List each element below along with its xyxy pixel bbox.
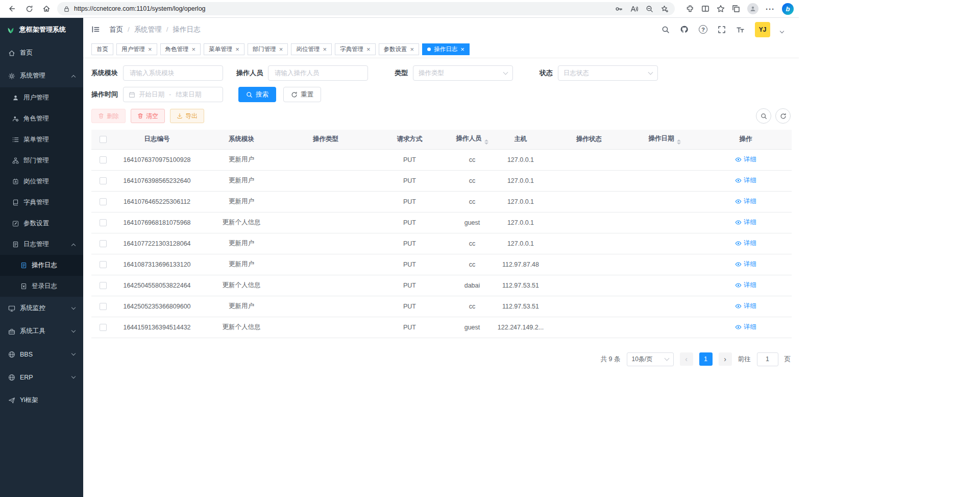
- sidebar-item-role-management[interactable]: 角色管理: [0, 108, 83, 129]
- next-page-button[interactable]: ›: [719, 352, 732, 366]
- sidebar-item-bbs[interactable]: BBS: [0, 343, 83, 366]
- row-checkbox[interactable]: [100, 156, 107, 163]
- github-icon[interactable]: [680, 25, 689, 34]
- close-icon[interactable]: ×: [192, 46, 196, 53]
- tab-param-settings[interactable]: 参数设置×: [379, 43, 420, 55]
- breadcrumb-system[interactable]: 系统管理: [134, 25, 162, 34]
- sidebar-item-yi-framework[interactable]: Yi框架: [0, 389, 83, 412]
- close-icon[interactable]: ×: [148, 46, 152, 53]
- row-checkbox[interactable]: [100, 261, 107, 268]
- detail-link[interactable]: 详细: [735, 218, 756, 227]
- row-checkbox[interactable]: [100, 240, 107, 247]
- sort-icons[interactable]: [677, 139, 681, 145]
- sidebar-collapse-button[interactable]: [91, 25, 100, 34]
- row-checkbox[interactable]: [100, 282, 107, 289]
- sidebar-item-system-management[interactable]: 系统管理: [0, 64, 83, 87]
- detail-link[interactable]: 详细: [735, 281, 756, 290]
- select-all-checkbox[interactable]: [100, 136, 107, 143]
- row-checkbox[interactable]: [100, 177, 107, 184]
- column-date[interactable]: 操作日期: [629, 130, 700, 149]
- page-size-select[interactable]: 10条/页: [627, 352, 674, 366]
- close-icon[interactable]: ×: [460, 46, 464, 53]
- sort-icons[interactable]: [484, 139, 488, 145]
- search-icon[interactable]: [662, 26, 670, 34]
- operator-input[interactable]: [274, 69, 362, 77]
- sidebar-item-login-log[interactable]: 登录日志: [0, 276, 83, 297]
- sidebar-item-post-management[interactable]: 岗位管理: [0, 171, 83, 192]
- type-select[interactable]: 操作类型: [413, 65, 513, 81]
- breadcrumb-home[interactable]: 首页: [109, 25, 123, 34]
- tab-user-management[interactable]: 用户管理×: [116, 43, 157, 55]
- row-checkbox[interactable]: [100, 303, 107, 310]
- sidebar-item-home[interactable]: 首页: [0, 41, 83, 64]
- extensions-icon[interactable]: [686, 5, 694, 13]
- sidebar-item-log-management[interactable]: 日志管理: [0, 234, 83, 255]
- collections-icon[interactable]: [732, 5, 740, 13]
- zoom-out-icon[interactable]: [646, 5, 653, 13]
- sidebar-item-menu-management[interactable]: 菜单管理: [0, 129, 83, 150]
- module-input[interactable]: [129, 69, 217, 77]
- font-size-icon[interactable]: [736, 26, 745, 34]
- browser-home-button[interactable]: [40, 2, 53, 15]
- tab-dept-management[interactable]: 部门管理×: [248, 43, 288, 55]
- url-text[interactable]: https://ccnetcore.com:1101/system/log/op…: [74, 5, 611, 12]
- bing-icon[interactable]: b: [782, 3, 794, 15]
- prev-page-button[interactable]: ‹: [680, 352, 693, 366]
- browser-refresh-button[interactable]: [22, 2, 36, 15]
- detail-link[interactable]: 详细: [735, 239, 756, 248]
- close-icon[interactable]: ×: [410, 46, 414, 53]
- status-select[interactable]: 日志状态: [558, 65, 658, 81]
- refresh-table-button[interactable]: [775, 108, 791, 124]
- favorites-icon[interactable]: [717, 5, 725, 13]
- browser-profile-avatar[interactable]: [747, 3, 758, 14]
- sidebar-item-param-settings[interactable]: 参数设置: [0, 213, 83, 234]
- add-favorite-star-icon[interactable]: [661, 5, 669, 13]
- reset-button[interactable]: 重置: [283, 87, 321, 102]
- detail-link[interactable]: 详细: [735, 302, 756, 311]
- split-screen-icon[interactable]: [701, 5, 709, 13]
- avatar-dropdown-caret[interactable]: [780, 29, 784, 33]
- delete-button[interactable]: 删除: [91, 109, 126, 123]
- tab-post-management[interactable]: 岗位管理×: [291, 43, 332, 55]
- tab-menu-management[interactable]: 菜单管理×: [204, 43, 244, 55]
- detail-link[interactable]: 详细: [735, 197, 756, 206]
- export-button[interactable]: 导出: [170, 109, 204, 123]
- row-checkbox[interactable]: [100, 219, 107, 226]
- sidebar-item-system-tools[interactable]: 系统工具: [0, 320, 83, 343]
- row-checkbox[interactable]: [100, 324, 107, 331]
- row-checkbox[interactable]: [100, 198, 107, 205]
- detail-link[interactable]: 详细: [735, 155, 756, 164]
- detail-link[interactable]: 详细: [735, 176, 756, 185]
- read-aloud-icon[interactable]: [630, 5, 638, 13]
- goto-page-input[interactable]: [757, 352, 778, 366]
- tab-role-management[interactable]: 角色管理×: [160, 43, 201, 55]
- search-button[interactable]: 搜索: [238, 87, 276, 102]
- column-operator[interactable]: 操作人员: [452, 130, 493, 149]
- current-page-button[interactable]: 1: [699, 352, 713, 366]
- tab-dict-management[interactable]: 字典管理×: [335, 43, 376, 55]
- date-range-picker[interactable]: 开始日期 - 结束日期: [123, 87, 223, 102]
- password-key-icon[interactable]: [615, 5, 623, 13]
- sidebar-item-dict-management[interactable]: 字典管理: [0, 192, 83, 213]
- sidebar-item-dept-management[interactable]: 部门管理: [0, 150, 83, 171]
- close-icon[interactable]: ×: [235, 46, 239, 53]
- sidebar-item-operation-log[interactable]: 操作日志: [0, 255, 83, 276]
- show-search-button[interactable]: [756, 108, 771, 124]
- browser-more-menu[interactable]: ···: [766, 5, 775, 13]
- sidebar-item-system-monitor[interactable]: 系统监控: [0, 297, 83, 320]
- detail-link[interactable]: 详细: [735, 260, 756, 269]
- close-icon[interactable]: ×: [279, 46, 283, 53]
- help-icon[interactable]: ?: [699, 25, 707, 34]
- close-icon[interactable]: ×: [366, 46, 371, 53]
- tab-operation-log[interactable]: 操作日志×: [422, 43, 470, 55]
- detail-link[interactable]: 详细: [735, 323, 756, 332]
- fullscreen-icon[interactable]: [718, 26, 726, 34]
- address-bar[interactable]: https://ccnetcore.com:1101/system/log/op…: [57, 2, 675, 15]
- browser-back-button[interactable]: [5, 2, 18, 15]
- clear-button[interactable]: 清空: [131, 109, 165, 123]
- end-date-placeholder[interactable]: 结束日期: [176, 90, 201, 99]
- close-icon[interactable]: ×: [323, 46, 327, 53]
- tab-home[interactable]: 首页: [91, 43, 113, 55]
- start-date-placeholder[interactable]: 开始日期: [139, 90, 164, 99]
- sidebar-item-user-management[interactable]: 用户管理: [0, 87, 83, 108]
